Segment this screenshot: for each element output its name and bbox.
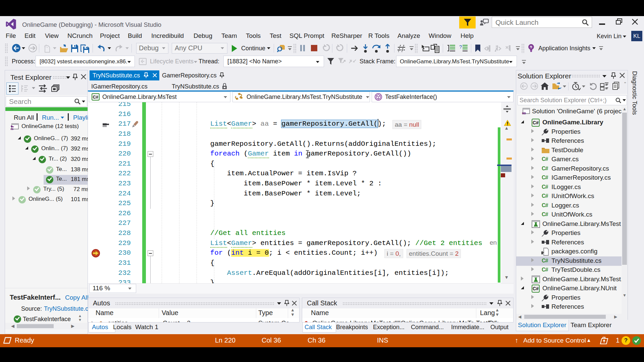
- svg-text:C#: C#: [533, 120, 539, 125]
- svg-text:∞: ∞: [522, 110, 526, 115]
- svg-text:C#: C#: [93, 95, 98, 100]
- svg-text:∞: ∞: [10, 126, 13, 131]
- svg-text:?: ?: [459, 45, 462, 50]
- svg-text:C#: C#: [533, 286, 539, 291]
